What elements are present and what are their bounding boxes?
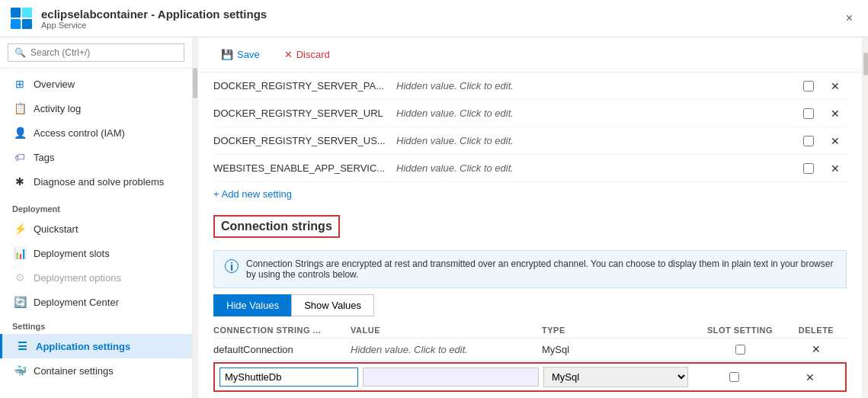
container-settings-icon: 🐳 — [12, 363, 27, 378]
conn-header-name: CONNECTION STRING ... — [213, 326, 351, 335]
setting-delete-btn[interactable]: ✕ — [824, 135, 847, 147]
sidebar-item-quickstart[interactable]: ⚡ Quickstart — [0, 217, 192, 241]
conn-cell-type: MySql — [542, 344, 694, 355]
add-new-setting[interactable]: + Add new setting — [213, 182, 292, 206]
slot-checkbox-0[interactable] — [803, 81, 814, 91]
setting-delete-btn[interactable]: ✕ — [824, 108, 847, 120]
sidebar-item-container-settings[interactable]: 🐳 Container settings — [0, 358, 192, 383]
search-wrapper[interactable]: 🔍 — [8, 43, 184, 62]
setting-value[interactable]: Hidden value. Click to edit. — [396, 135, 793, 146]
conn-type-select[interactable]: MySql SQLServer SQLAzure Custom PostgreS… — [543, 367, 688, 387]
sidebar-item-overview[interactable]: ⊞ Overview — [0, 72, 192, 96]
setting-delete-btn[interactable]: ✕ — [824, 80, 847, 92]
sidebar-item-diagnose[interactable]: ✱ Diagnose and solve problems — [0, 169, 192, 194]
conn-row-myshuttledb: MySql SQLServer SQLAzure Custom PostgreS… — [213, 362, 847, 392]
connection-strings-table: CONNECTION STRING ... VALUE TYPE SLOT SE… — [198, 323, 862, 398]
conn-slot-checkbox-0[interactable] — [735, 345, 745, 355]
toolbar: 💾 Save ✕ Discard — [198, 37, 862, 72]
title-bar-text: eclipselabcontainer - Application settin… — [41, 8, 840, 30]
toggle-group: Hide Values Show Values — [213, 294, 847, 316]
sidebar-item-activity-log[interactable]: 📋 Activity log — [0, 96, 192, 120]
svg-rect-3 — [22, 19, 32, 29]
connection-strings-section: Connection strings i Connection Strings … — [198, 206, 862, 398]
svg-rect-1 — [22, 8, 32, 18]
svg-rect-2 — [11, 19, 21, 29]
slot-checkbox-1[interactable] — [803, 108, 814, 119]
add-new-connection-string[interactable]: + Add new connection string — [213, 393, 338, 398]
conn-name-input[interactable] — [219, 368, 358, 387]
app-icon — [9, 6, 34, 30]
sidebar-label-deployment-center: Deployment Center — [34, 297, 119, 308]
sidebar-label-activity-log: Activity log — [34, 103, 81, 114]
close-button[interactable]: × — [840, 8, 859, 28]
app-settings-table: DOCKER_REGISTRY_SERVER_PA... Hidden valu… — [198, 72, 862, 206]
hide-values-button[interactable]: Hide Values — [213, 294, 291, 316]
title-bar-subtitle: App Service — [41, 21, 840, 30]
search-input[interactable] — [30, 47, 178, 58]
sidebar-label-container-settings: Container settings — [34, 365, 114, 377]
setting-value[interactable]: Hidden value. Click to edit. — [396, 80, 793, 91]
conn-cell-delete[interactable]: ✕ — [786, 343, 847, 355]
setting-name: DOCKER_REGISTRY_SERVER_US... — [213, 135, 396, 146]
setting-name: DOCKER_REGISTRY_SERVER_URL — [213, 108, 396, 119]
setting-row: DOCKER_REGISTRY_SERVER_US... Hidden valu… — [213, 127, 847, 155]
deployment-group-label: Deployment — [0, 197, 192, 217]
show-values-button[interactable]: Show Values — [291, 294, 374, 316]
sidebar-item-deployment-slots[interactable]: 📊 Deployment slots — [0, 241, 192, 265]
svg-rect-0 — [11, 8, 21, 18]
search-icon: 🔍 — [14, 47, 26, 58]
title-bar-title: eclipselabcontainer - Application settin… — [41, 8, 840, 21]
info-icon: i — [225, 259, 239, 273]
sidebar-item-deployment-options[interactable]: ⚙ Deployment options — [0, 265, 192, 290]
deployment-center-icon: 🔄 — [12, 294, 27, 310]
conn-value-input[interactable] — [363, 368, 539, 387]
quickstart-icon: ⚡ — [12, 221, 27, 236]
setting-delete-btn[interactable]: ✕ — [824, 162, 847, 175]
setting-slot-checkbox — [793, 163, 824, 174]
sidebar-label-application-settings: Application settings — [36, 341, 130, 352]
setting-row: DOCKER_REGISTRY_SERVER_URL Hidden value.… — [213, 100, 847, 127]
sidebar-item-deployment-center[interactable]: 🔄 Deployment Center — [0, 290, 192, 314]
settings-group-label: Settings — [0, 314, 192, 334]
settings-group: Settings ☰ Application settings 🐳 Contai… — [0, 314, 192, 383]
activity-log-icon: 📋 — [12, 101, 27, 116]
save-button[interactable]: 💾 Save — [213, 45, 267, 64]
save-icon: 💾 — [221, 49, 233, 60]
slot-checkbox-3[interactable] — [803, 163, 814, 174]
setting-row: DOCKER_REGISTRY_SERVER_PA... Hidden valu… — [213, 72, 847, 100]
access-control-icon: 👤 — [12, 125, 27, 140]
setting-value[interactable]: Hidden value. Click to edit. — [396, 108, 793, 119]
conn-header-delete: DELETE — [786, 326, 847, 335]
sidebar-item-tags[interactable]: 🏷 Tags — [0, 145, 192, 169]
setting-name: WEBSITES_ENABLE_APP_SERVIC... — [213, 162, 396, 174]
setting-slot-checkbox — [793, 81, 824, 91]
sidebar-label-diagnose: Diagnose and solve problems — [34, 176, 164, 188]
conn-cell-name: defaultConnection — [213, 344, 351, 355]
sidebar-label-overview: Overview — [34, 79, 75, 90]
discard-button[interactable]: ✕ Discard — [277, 45, 338, 64]
content-area: 💾 Save ✕ Discard DOCKER_REGISTRY_SERVER_… — [198, 37, 862, 398]
conn-cell-slot — [694, 345, 786, 355]
content-scrollbar[interactable] — [862, 37, 868, 398]
sidebar-label-deployment-options: Deployment options — [34, 272, 121, 284]
info-text: Connection Strings are encrypted at rest… — [246, 258, 835, 280]
conn-slot-cell — [688, 372, 780, 382]
conn-delete-cell[interactable]: ✕ — [780, 371, 841, 384]
sidebar-item-access-control[interactable]: 👤 Access control (IAM) — [0, 120, 192, 145]
sidebar-item-application-settings[interactable]: ☰ Application settings — [0, 334, 192, 358]
application-settings-icon: ☰ — [14, 339, 30, 354]
setting-value[interactable]: Hidden value. Click to edit. — [396, 162, 793, 174]
sidebar-label-tags: Tags — [34, 152, 54, 163]
sidebar-label-deployment-slots: Deployment slots — [34, 248, 110, 259]
diagnose-icon: ✱ — [12, 174, 27, 189]
conn-slot-checkbox-1[interactable] — [729, 372, 739, 382]
conn-cell-value[interactable]: Hidden value. Click to edit. — [351, 344, 542, 355]
slot-checkbox-2[interactable] — [803, 136, 814, 146]
conn-header-slot: SLOT SETTING — [694, 326, 786, 335]
conn-header-type: TYPE — [542, 326, 694, 335]
setting-slot-checkbox — [793, 136, 824, 146]
setting-slot-checkbox — [793, 108, 824, 119]
sidebar-scroll-indicator[interactable] — [192, 37, 197, 398]
title-bar: eclipselabcontainer - Application settin… — [0, 0, 868, 37]
deployment-slots-icon: 📊 — [12, 246, 27, 261]
